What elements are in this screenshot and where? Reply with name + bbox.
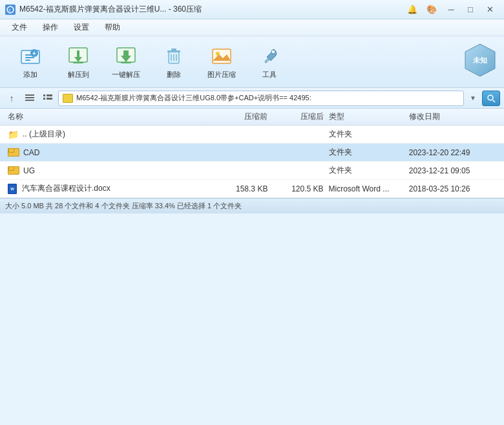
column-header: 名称 压缩前 压缩后 类型 修改日期 [0,109,504,125]
svg-rect-34 [43,98,45,100]
title-bar-left: 3 M6542-福克斯膜片弹簧离合器设计三维U... - 360压缩 [5,4,202,15]
app-icon: 3 [5,5,16,15]
status-bar: 大小 5.0 MB 共 28 个文件和 4 个文件夹 压缩率 33.4% 已经选… [0,198,504,213]
svg-rect-7 [25,60,30,61]
close-button[interactable]: ✕ [481,3,499,17]
window-title: M6542-福克斯膜片弹簧离合器设计三维U... - 360压缩 [19,4,202,15]
file-type: Microsoft Word ... [326,184,406,193]
col-before: 压缩前 [215,111,270,122]
file-after: 120.5 KB [270,184,326,193]
up-button[interactable]: ↑ [4,91,19,106]
table-row[interactable]: 📁 .. (上级目录) 文件夹 [0,125,504,144]
file-name: W 汽车离合器课程设计.docx [5,183,215,194]
skin-button[interactable]: 🎨 [423,3,441,17]
svg-rect-11 [73,62,83,63]
folder-addr-icon [63,94,73,103]
svg-rect-6 [25,57,34,58]
add-label: 添加 [23,70,37,80]
bell-button[interactable]: 🔔 [403,3,421,17]
tools-button[interactable]: 工具 [247,41,292,83]
imgcomp-button[interactable]: 图片压缩 [199,41,244,83]
col-type: 类型 [326,111,406,122]
delete-label: 删除 [167,70,181,80]
add-button[interactable]: + 添加 [8,41,53,83]
menu-settings[interactable]: 设置 [67,21,96,34]
file-before: 158.3 KB [215,184,270,193]
svg-point-26 [271,50,275,54]
status-text: 大小 5.0 MB 共 28 个文件和 4 个文件夹 压缩率 33.4% 已经选… [5,201,242,211]
imgcomp-label: 图片压缩 [207,70,236,80]
address-bar: ↑ M6542-福克斯膜片弹簧离合器设计三维UG8.0带参+CAD+说明书== … [0,88,504,109]
svg-rect-18 [171,49,176,50]
table-row[interactable]: UG 文件夹 2023-12-21 09:05 [0,162,504,180]
toolbar: + 添加 解压到 [0,36,504,88]
file-name: CAD [5,148,215,157]
svg-point-36 [488,95,493,100]
addr-dropdown-button[interactable]: ▼ [467,91,479,106]
svg-rect-33 [47,94,52,96]
up-icon: 📁 [8,129,19,140]
file-type: 文件夹 [326,129,406,140]
title-bar: 3 M6542-福克斯膜片弹簧离合器设计三维U... - 360压缩 🔔 🎨 ─… [0,0,504,19]
svg-rect-32 [43,94,45,96]
file-date: 2023-12-20 22:49 [406,148,499,157]
unknown-badge: 未知 [463,43,498,78]
menu-file[interactable]: 文件 [5,21,34,34]
doc-icon: W [8,184,17,194]
table-row[interactable]: W 汽车离合器课程设计.docx 158.3 KB 120.5 KB Micro… [0,180,504,198]
svg-rect-17 [167,50,180,52]
file-area: 名称 压缩前 压缩后 类型 修改日期 📁 .. (上级目录) 文件夹 CAD 文… [0,109,504,198]
extract-button[interactable]: 解压到 [56,41,101,83]
svg-rect-31 [25,100,34,101]
menu-bar: 文件 操作 设置 帮助 [0,19,504,36]
extract-label: 解压到 [68,70,89,80]
col-date: 修改日期 [406,111,499,122]
svg-rect-14 [123,50,129,57]
extract-icon [67,44,90,67]
file-type: 文件夹 [326,147,406,158]
minimize-button[interactable]: ─ [442,3,460,17]
svg-rect-5 [25,54,32,56]
svg-rect-15 [121,62,131,63]
col-after: 压缩后 [270,111,326,122]
svg-rect-29 [25,94,34,96]
maximize-button[interactable]: □ [461,3,479,17]
view-list-button[interactable] [22,91,37,106]
svg-rect-30 [25,97,34,98]
onekey-button[interactable]: 一键解压 [103,41,149,83]
imgcomp-icon [210,44,233,67]
address-path[interactable]: M6542-福克斯膜片弹簧离合器设计三维UG8.0带参+CAD+说明书== 42… [58,91,464,106]
title-bar-controls: 🔔 🎨 ─ □ ✕ [403,3,499,17]
tools-icon [258,44,281,67]
tools-label: 工具 [262,70,277,80]
menu-operation[interactable]: 操作 [36,21,65,34]
svg-line-37 [493,100,496,102]
svg-text:+: + [32,50,36,57]
search-button[interactable] [482,91,500,106]
view-detail-button[interactable] [40,91,56,106]
file-date: 2023-12-21 09:05 [406,166,499,175]
delete-button[interactable]: 删除 [151,41,196,83]
onekey-label: 一键解压 [112,70,140,80]
onekey-icon [114,44,138,67]
svg-text:3: 3 [8,8,11,12]
file-date: 2018-03-25 10:26 [406,184,499,193]
add-icon: + [19,44,42,67]
path-text: M6542-福克斯膜片弹簧离合器设计三维UG8.0带参+CAD+说明书== 42… [76,93,311,103]
file-type: 文件夹 [326,165,406,176]
col-name: 名称 [5,111,215,122]
file-name: UG [5,166,215,175]
svg-rect-35 [47,98,52,100]
svg-text:未知: 未知 [472,56,487,64]
svg-rect-10 [77,50,79,58]
table-row[interactable]: CAD 文件夹 2023-12-20 22:49 [0,144,504,162]
file-name: 📁 .. (上级目录) [5,129,215,140]
file-list: 📁 .. (上级目录) 文件夹 CAD 文件夹 2023-12-20 22:49… [0,125,504,198]
menu-help[interactable]: 帮助 [98,21,127,34]
folder-icon [8,166,18,175]
delete-icon [162,44,185,67]
folder-icon [8,148,18,157]
